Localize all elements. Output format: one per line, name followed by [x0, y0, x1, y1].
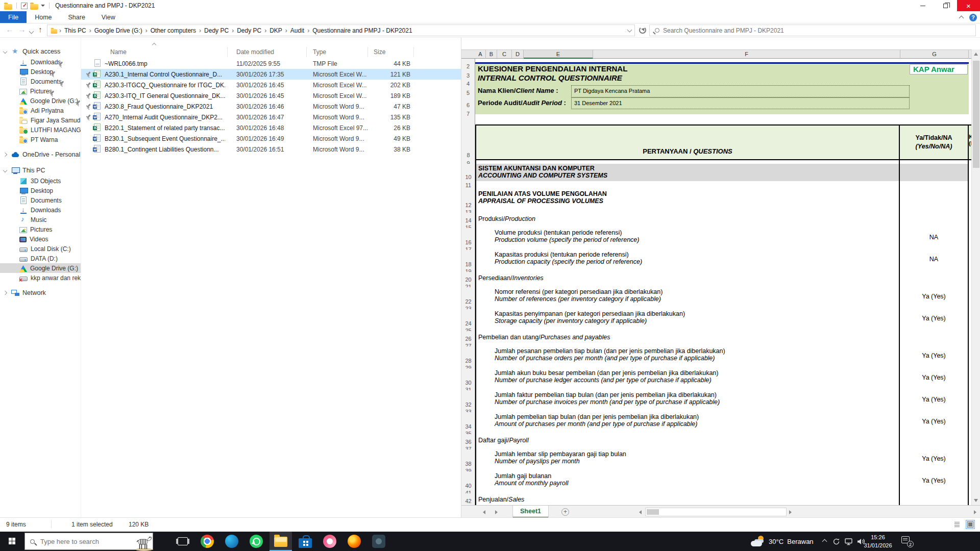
breadcrumb-item[interactable]: Dedy PC — [202, 27, 231, 34]
breadcrumb-item[interactable]: Other computers — [149, 27, 198, 34]
sidebar-item-luthfi-magang[interactable]: LUTHFI MAGANG — [0, 125, 81, 135]
sidebar-item-desktop[interactable]: Desktop — [0, 186, 81, 195]
column-letter-E[interactable]: E — [524, 50, 593, 59]
sidebar-item-pictures[interactable]: Pictures — [0, 86, 81, 96]
clock[interactable]: 15:26 31/01/2026 — [859, 533, 897, 549]
column-header-size[interactable]: Size — [368, 47, 414, 57]
menu-tab-home[interactable]: Home — [27, 11, 60, 23]
menu-tab-file[interactable]: File — [0, 11, 27, 23]
sidebar-item-google-drive-g-[interactable]: Google Drive (G:) — [0, 263, 81, 273]
column-letter-G[interactable]: G — [900, 50, 969, 59]
scroll-up-icon[interactable] — [974, 53, 978, 56]
close-button[interactable]: × — [957, 0, 980, 11]
sidebar-section-this-pc[interactable]: This PC — [0, 165, 81, 176]
sidebar-item-adi-priyatna[interactable]: Adi Priyatna — [0, 106, 81, 115]
file-row[interactable]: ~WRL0066.tmp11/02/2025 9:55TMP File44 KB — [81, 58, 461, 69]
column-header-type[interactable]: Type — [307, 47, 368, 57]
chevron-right-icon[interactable] — [3, 291, 7, 295]
column-letter-B[interactable]: B — [486, 50, 497, 59]
sidebar-item-videos[interactable]: Videos — [0, 234, 81, 244]
recent-locations-icon[interactable] — [29, 29, 34, 34]
file-row[interactable]: A230.3-ITGCQ_Questionnaire for ITGC_DK..… — [81, 80, 461, 90]
sidebar-item-documents[interactable]: Documents — [0, 195, 81, 205]
taskbar-search-input[interactable] — [40, 538, 117, 545]
notification-icon[interactable]: 2 — [901, 536, 912, 545]
network-icon[interactable] — [844, 537, 853, 546]
new-folder-icon[interactable] — [30, 4, 38, 10]
column-header-date[interactable]: Date modified — [228, 47, 307, 57]
taskbar-app-appdark[interactable] — [368, 532, 390, 551]
forward-icon[interactable]: → — [16, 25, 28, 34]
hscroll-left-icon[interactable] — [639, 510, 642, 514]
sidebar-item-downloads[interactable]: Downloads — [0, 57, 81, 67]
breadcrumb-item[interactable]: This PC — [62, 27, 88, 34]
up-icon[interactable]: ↑ — [35, 25, 46, 34]
sheet-next-icon[interactable] — [495, 510, 498, 514]
file-row[interactable]: B280.1_Contingent Liabilities Questionn.… — [81, 144, 461, 155]
tray-expand-icon[interactable] — [822, 539, 827, 544]
breadcrumb-item[interactable]: Google Drive (G:) — [92, 27, 144, 34]
sheet-tab[interactable]: Sheet1 — [512, 506, 549, 518]
sidebar-item-data-d-[interactable]: DATA (D:) — [0, 254, 81, 263]
refresh-icon[interactable] — [639, 27, 646, 34]
scrollbar-thumb[interactable] — [973, 61, 979, 168]
weather-widget[interactable]: 30°C Berawan — [750, 534, 814, 548]
sidebar-section-onedrive-personal[interactable]: OneDrive - Personal — [0, 149, 81, 160]
column-letter-A[interactable]: A — [475, 50, 486, 59]
sidebar-item-documents[interactable]: Documents — [0, 77, 81, 86]
column-letter-D[interactable]: D — [512, 50, 524, 59]
address-bar[interactable]: ›This PC›Google Drive (G:)›Other compute… — [47, 24, 635, 36]
sidebar-item-music[interactable]: Music — [0, 215, 81, 224]
breadcrumb-item[interactable]: DKP — [267, 27, 284, 34]
taskbar-search-box[interactable] — [24, 533, 153, 550]
column-letter-F[interactable]: F — [593, 50, 900, 59]
taskbar-app-edge[interactable] — [220, 532, 243, 551]
taskbar-app-taskview[interactable] — [172, 532, 194, 551]
breadcrumb-item[interactable]: Dedy PC — [235, 27, 263, 34]
sidebar-item-local-disk-c-[interactable]: Local Disk (C:) — [0, 244, 81, 254]
column-header-name[interactable]: Name — [81, 47, 228, 57]
menu-tab-share[interactable]: Share — [60, 11, 93, 23]
onedrive-sync-icon[interactable] — [832, 537, 841, 546]
chevron-down-icon[interactable] — [3, 168, 7, 172]
preview-vertical-scrollbar[interactable] — [971, 49, 980, 505]
sidebar-item-pictures[interactable]: Pictures — [0, 224, 81, 234]
file-row[interactable]: B230.1_Subsequent Event Questionnaire_..… — [81, 133, 461, 144]
hscroll-right-icon[interactable] — [789, 510, 792, 514]
column-letter-C[interactable]: C — [497, 50, 512, 59]
sidebar-item-pt-warna[interactable]: PT Warna — [0, 135, 81, 144]
taskbar-app-store[interactable] — [294, 532, 316, 551]
start-button[interactable] — [0, 532, 24, 551]
file-row[interactable]: A230.8_Fraud Questionnaire_DKP202130/01/… — [81, 101, 461, 112]
hscrollbar-thumb[interactable] — [647, 509, 659, 515]
menu-tab-view[interactable]: View — [93, 11, 124, 23]
details-view-icon[interactable] — [952, 520, 962, 529]
collapse-ribbon-icon[interactable] — [959, 16, 964, 21]
properties-check-icon[interactable] — [21, 3, 28, 9]
chevron-down-icon[interactable] — [3, 49, 7, 54]
file-row[interactable]: A230.3-ITQ_IT General Questionnaire_DK..… — [81, 90, 461, 101]
taskbar-app-chrome[interactable] — [196, 532, 218, 551]
taskbar-app-whatsapp[interactable] — [245, 532, 267, 551]
taskbar-app-firefox[interactable] — [343, 532, 365, 551]
preview-horizontal-scrollbar[interactable] — [645, 508, 787, 516]
minimize-button[interactable] — [911, 0, 934, 11]
file-row[interactable]: A230.1_Internal Control Questionnaire_D.… — [81, 69, 461, 80]
chevron-right-icon[interactable] — [3, 153, 7, 157]
address-dropdown-icon[interactable] — [627, 28, 632, 33]
sidebar-section-quick-access[interactable]: Quick access — [0, 46, 81, 57]
large-icons-view-icon[interactable] — [966, 520, 975, 529]
help-icon[interactable]: ? — [969, 14, 977, 21]
sidebar-item-desktop[interactable]: Desktop — [0, 67, 81, 77]
add-sheet-icon[interactable]: + — [561, 508, 569, 516]
sidebar-item-3d-objects[interactable]: 3D Objects — [0, 176, 81, 186]
sidebar-item-google-drive-g-[interactable]: Google Drive (G:) — [0, 96, 81, 106]
qat-customize-icon[interactable] — [41, 5, 45, 7]
sidebar-item-downloads[interactable]: Downloads — [0, 205, 81, 215]
restore-button[interactable] — [934, 0, 957, 11]
sidebar-item-kkp-anwar-dan-rekan-1[interactable]: kkp anwar dan rekan (\\1 — [0, 273, 81, 283]
sidebar-item-figar-jaya-samudra[interactable]: Figar Jaya Samudra — [0, 115, 81, 125]
breadcrumb-item[interactable]: Questionnaire and PMPJ - DKP2021 — [310, 27, 414, 34]
search-box[interactable] — [649, 24, 976, 36]
corner-scroll-icon[interactable] — [974, 510, 976, 514]
